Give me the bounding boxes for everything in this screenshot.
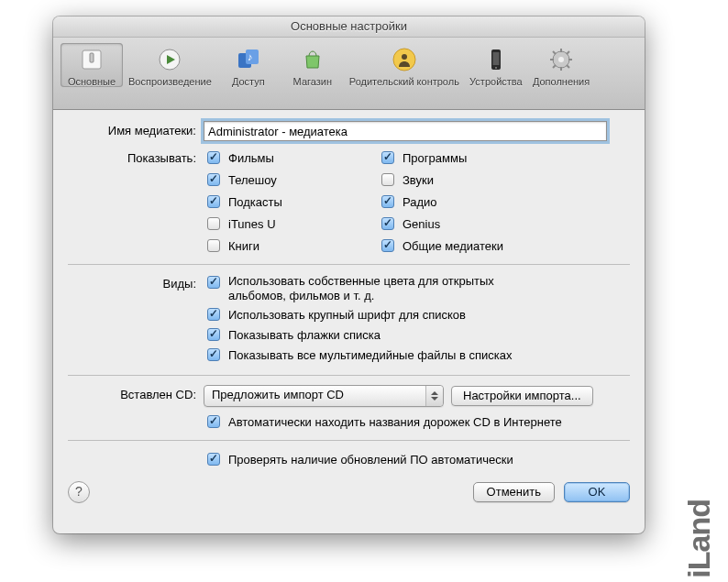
window-title: Основные настройки [53, 16, 645, 38]
svg-point-8 [402, 54, 407, 60]
tab-sharing[interactable]: ♪ Доступ [217, 43, 280, 87]
gear-icon [546, 45, 576, 74]
svg-point-11 [495, 67, 497, 69]
tab-general[interactable]: Основные [61, 43, 123, 87]
phone-icon [481, 45, 511, 74]
cd-action-select[interactable]: Предложить импорт CD [204, 385, 444, 407]
tab-label: Воспроизведение [128, 76, 212, 87]
play-icon [155, 45, 184, 74]
tab-store[interactable]: Магазин [281, 43, 344, 87]
cancel-button[interactable]: Отменить [473, 482, 555, 502]
views-label: Виды: [68, 274, 204, 291]
svg-line-21 [553, 65, 556, 68]
share-icon: ♪ [234, 45, 263, 74]
content-area: Имя медиатеки: Показывать: Фильмы Програ… [53, 110, 645, 516]
checkbox-label: Genius [403, 217, 440, 231]
checkbox-label: Использовать крупный шрифт для списков [228, 308, 466, 322]
checkbox-label: Программы [403, 151, 467, 165]
preferences-toolbar: Основные Воспроизведение ♪ Доступ Магази… [53, 38, 645, 110]
checkbox-label: Показывать флажки списка [228, 328, 381, 342]
checkbox-label: Книги [228, 239, 259, 253]
checkbox-genius[interactable]: Genius [378, 214, 552, 233]
checkbox-label: iTunes U [228, 217, 276, 231]
checkbox-label: Фильмы [228, 151, 274, 165]
watermark-text: iLand [681, 500, 717, 578]
select-value: Предложить импорт CD [212, 388, 344, 401]
svg-line-20 [567, 51, 569, 54]
checkbox-label: Проверять наличие обновлений ПО автомати… [228, 453, 513, 467]
checkbox-cd-lookup[interactable]: Автоматически находить названия дорожек … [204, 412, 630, 431]
svg-line-18 [553, 51, 556, 54]
svg-rect-1 [90, 53, 94, 62]
checkbox-apps[interactable]: Программы [378, 148, 552, 167]
tab-devices[interactable]: Устройства [465, 43, 527, 87]
separator [68, 440, 630, 441]
tab-label: Дополнения [533, 76, 590, 87]
svg-point-13 [558, 57, 564, 62]
svg-rect-10 [492, 52, 499, 65]
watermark: ☀ iLand [681, 500, 717, 582]
checkbox-radio[interactable]: Радио [378, 192, 552, 211]
library-name-input[interactable] [204, 121, 607, 141]
separator [68, 375, 630, 376]
checkbox-podcasts[interactable]: Подкасты [204, 192, 378, 211]
checkbox-shared-libraries[interactable]: Общие медиатеки [378, 236, 552, 255]
svg-text:♪: ♪ [248, 51, 253, 62]
checkbox-books[interactable]: Книги [204, 236, 378, 255]
checkbox-label: Автоматически находить названия дорожек … [228, 415, 562, 429]
tab-parental[interactable]: Родительский контроль [346, 43, 463, 87]
checkbox-tvshows[interactable]: Телешоу [204, 170, 378, 189]
svg-line-19 [567, 65, 569, 68]
checkbox-label: Общие медиатеки [403, 239, 503, 253]
checkbox-label: Показывать все мультимедийные файлы в сп… [228, 348, 513, 362]
checkbox-itunesu[interactable]: iTunes U [204, 214, 378, 233]
preferences-window: Основные настройки Основные Воспроизведе… [53, 16, 645, 533]
switch-icon [77, 45, 106, 74]
bag-icon [298, 45, 327, 74]
separator [68, 264, 630, 265]
tab-label: Доступ [232, 76, 265, 87]
checkbox-label: Подкасты [228, 195, 282, 209]
checkbox-list-checkboxes[interactable]: Показывать флажки списка [204, 325, 630, 344]
tab-label: Основные [68, 76, 116, 87]
tab-playback[interactable]: Воспроизведение [125, 43, 215, 87]
checkbox-show-all-media[interactable]: Показывать все мультимедийные файлы в сп… [204, 346, 630, 364]
checkbox-large-font[interactable]: Использовать крупный шрифт для списков [204, 305, 630, 324]
checkbox-custom-colors[interactable]: Использовать собственные цвета для откры… [204, 274, 630, 303]
library-name-label: Имя медиатеки: [68, 121, 204, 137]
tab-label: Устройства [469, 76, 523, 87]
tab-advanced[interactable]: Дополнения [529, 43, 593, 87]
checkbox-check-updates[interactable]: Проверять наличие обновлений ПО автомати… [204, 450, 630, 468]
checkbox-label: Телешоу [228, 173, 277, 187]
select-arrows-icon [425, 386, 443, 406]
checkbox-label: Звуки [403, 173, 434, 187]
checkbox-label: Радио [403, 195, 437, 209]
checkbox-tones[interactable]: Звуки [378, 170, 552, 189]
tab-label: Магазин [293, 76, 332, 87]
show-label: Показывать: [68, 148, 204, 165]
checkbox-movies[interactable]: Фильмы [204, 148, 378, 167]
cd-label: Вставлен CD: [68, 385, 204, 401]
tab-label: Родительский контроль [349, 76, 459, 87]
import-settings-button[interactable]: Настройки импорта... [451, 386, 593, 406]
person-icon [390, 45, 419, 74]
checkbox-label: Использовать собственные цвета для откры… [228, 274, 522, 303]
ok-button[interactable]: OK [564, 482, 630, 502]
help-button[interactable]: ? [68, 481, 90, 503]
